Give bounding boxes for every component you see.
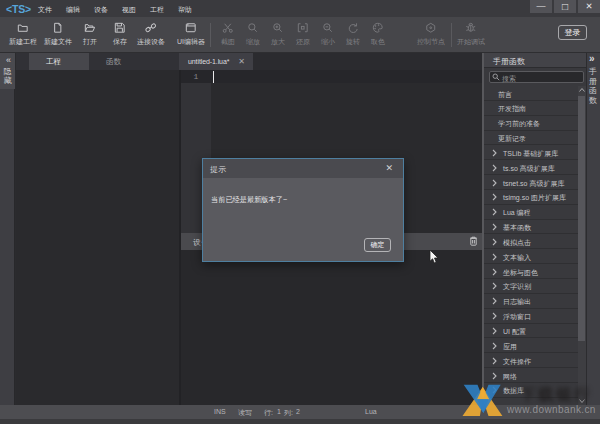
sidebar-item-label: 学习前的准备 bbox=[498, 119, 540, 129]
collapse-left-panel-icon[interactable]: « bbox=[6, 55, 11, 65]
window-minimize-button[interactable]: — bbox=[530, 0, 552, 13]
manual-functions-vertical-tab[interactable]: 手册函数 bbox=[588, 67, 598, 105]
sidebar-item[interactable]: tsnet.so 高级扩展库 bbox=[484, 175, 586, 190]
sidebar-item-label: 文件操作 bbox=[503, 357, 531, 367]
sidebar-item[interactable]: 坐标与图色 bbox=[484, 264, 586, 279]
status-ins-mode: INS bbox=[214, 408, 226, 415]
project-tree-panel bbox=[16, 53, 179, 405]
sidebar-item[interactable]: 模拟点击 bbox=[484, 234, 586, 249]
sidebar-item-label: 开发指南 bbox=[498, 104, 526, 114]
sidebar-item[interactable]: 更新记录 bbox=[484, 131, 586, 146]
chevron-right-icon bbox=[492, 297, 497, 305]
sidebar-item[interactable]: 文本输入 bbox=[484, 249, 586, 264]
mouse-cursor bbox=[429, 249, 440, 265]
left-collapse-rail bbox=[0, 53, 15, 405]
dialog-close-icon[interactable]: ✕ bbox=[385, 163, 393, 173]
chevron-right-icon bbox=[492, 238, 497, 246]
chevron-right-icon bbox=[492, 312, 497, 320]
hide-panel-label[interactable]: 隐藏 bbox=[0, 67, 15, 85]
chevron-right-icon bbox=[492, 208, 497, 216]
chevron-right-icon bbox=[492, 342, 497, 350]
sidebar-item[interactable]: 前言 bbox=[484, 86, 586, 101]
watermark-url: www.downbank.cn bbox=[507, 404, 596, 415]
watermark-logo bbox=[461, 381, 505, 418]
chevron-right-icon bbox=[492, 253, 497, 261]
status-language: Lua bbox=[365, 408, 377, 415]
sidebar-item[interactable]: UI 配置 bbox=[484, 324, 586, 339]
sidebar-item-label: 网络 bbox=[503, 372, 517, 382]
window-maximize-button[interactable]: □ bbox=[554, 0, 576, 13]
window-close-button[interactable]: ✕ bbox=[578, 0, 600, 13]
dialog-ok-button[interactable]: 确定 bbox=[364, 238, 391, 252]
chevron-right-icon bbox=[492, 327, 497, 335]
message-dialog: 提示 ✕ 当前已经是最新版本了~ 确定 bbox=[202, 158, 404, 262]
status-col-value: 2 bbox=[296, 408, 300, 415]
sidebar-item[interactable]: 学习前的准备 bbox=[484, 116, 586, 131]
menu-帮助[interactable]: 帮助 bbox=[178, 5, 192, 15]
expand-sidebar-icon[interactable]: » bbox=[589, 53, 595, 64]
sidebar-item[interactable]: 文字识别 bbox=[484, 279, 586, 294]
sidebar-item-label: ts.so 高级扩展库 bbox=[503, 164, 555, 174]
sidebar-item[interactable]: 开发指南 bbox=[484, 101, 586, 116]
menu-设备[interactable]: 设备 bbox=[94, 5, 108, 15]
sidebar-item-label: 前言 bbox=[498, 90, 512, 100]
menu-文件[interactable]: 文件 bbox=[38, 5, 52, 15]
toolbar-separator bbox=[210, 23, 211, 47]
status-line-label: 行: bbox=[264, 408, 273, 418]
sidebar-item[interactable]: 应用 bbox=[484, 338, 586, 353]
dialog-message: 当前已经是最新版本了~ bbox=[211, 195, 287, 205]
sidebar-item[interactable]: ts.so 高级扩展库 bbox=[484, 160, 586, 175]
chevron-right-icon bbox=[492, 164, 497, 172]
scrollbar-thumb[interactable] bbox=[578, 96, 585, 341]
tab-functions[interactable]: 函数 bbox=[89, 53, 149, 70]
menu-工程[interactable]: 工程 bbox=[150, 5, 164, 15]
sidebar-item-label: UI 配置 bbox=[503, 327, 526, 337]
chevron-right-icon bbox=[492, 268, 497, 276]
sidebar-item-label: TSLib 基础扩展库 bbox=[503, 149, 558, 159]
sidebar-item[interactable]: 文件操作 bbox=[484, 353, 586, 368]
sidebar-item[interactable]: 基本函数 bbox=[484, 220, 586, 235]
chevron-right-icon bbox=[492, 193, 497, 201]
toolbar-item-label: 取色 bbox=[352, 37, 404, 47]
file-tab-close-icon[interactable]: ✕ bbox=[238, 57, 245, 66]
sidebar-item-label: tsnet.so 高级扩展库 bbox=[503, 179, 564, 189]
scrollbar-up-icon[interactable] bbox=[578, 85, 586, 95]
toolbar-separator bbox=[451, 23, 452, 47]
sidebar-item[interactable]: tsimg.so 图片扩展库 bbox=[484, 190, 586, 205]
sidebar-item[interactable]: TSLib 基础扩展库 bbox=[484, 145, 586, 160]
sidebar-item[interactable]: Lua 编程 bbox=[484, 205, 586, 220]
color-picker-palette-icon bbox=[352, 21, 404, 35]
sidebar-item-label: 文字识别 bbox=[503, 282, 531, 292]
sidebar-item[interactable]: 浮动窗口 bbox=[484, 309, 586, 324]
editor-current-line bbox=[181, 70, 482, 83]
watermark-faint-text: 下载银行 bbox=[520, 385, 592, 406]
sidebar-item-label: tsimg.so 图片扩展库 bbox=[503, 193, 566, 203]
chevron-right-icon bbox=[492, 372, 497, 380]
chevron-right-icon bbox=[492, 223, 497, 231]
login-button[interactable]: 登录 bbox=[558, 25, 587, 40]
menu-编辑[interactable]: 编辑 bbox=[66, 5, 80, 15]
trash-icon[interactable] bbox=[469, 236, 478, 246]
editor-file-tab[interactable]: untitled-1.lua* ✕ bbox=[179, 53, 253, 70]
sidebar-list: 前言开发指南学习前的准备更新记录TSLib 基础扩展库ts.so 高级扩展库ts… bbox=[484, 86, 586, 405]
search-icon bbox=[492, 73, 500, 81]
chevron-right-icon bbox=[492, 149, 497, 157]
menu-bar bbox=[0, 0, 600, 17]
dialog-title: 提示 bbox=[210, 164, 226, 175]
sidebar-item-label: 更新记录 bbox=[498, 134, 526, 144]
sidebar-item-label: 模拟点击 bbox=[503, 238, 531, 248]
output-panel-body bbox=[181, 250, 482, 405]
menu-视图[interactable]: 视图 bbox=[122, 5, 136, 15]
sidebar-item-label: 坐标与图色 bbox=[503, 268, 538, 278]
sidebar-item[interactable]: 日志输出 bbox=[484, 294, 586, 309]
chevron-right-icon bbox=[492, 179, 497, 187]
dialog-title-bar[interactable] bbox=[203, 159, 403, 178]
status-readwrite: 读写 bbox=[238, 408, 252, 418]
sidebar-title: 手册函数 bbox=[493, 56, 525, 67]
sidebar-item-label: 浮动窗口 bbox=[503, 312, 531, 322]
file-tab-name: untitled-1.lua* bbox=[188, 58, 229, 65]
status-col-label: 列: bbox=[284, 408, 293, 418]
toolbar-start-debug-bug-button: 开始调试 bbox=[445, 21, 497, 47]
sidebar-item-label: Lua 编程 bbox=[503, 208, 531, 218]
tab-project[interactable]: 工程 bbox=[29, 53, 89, 70]
